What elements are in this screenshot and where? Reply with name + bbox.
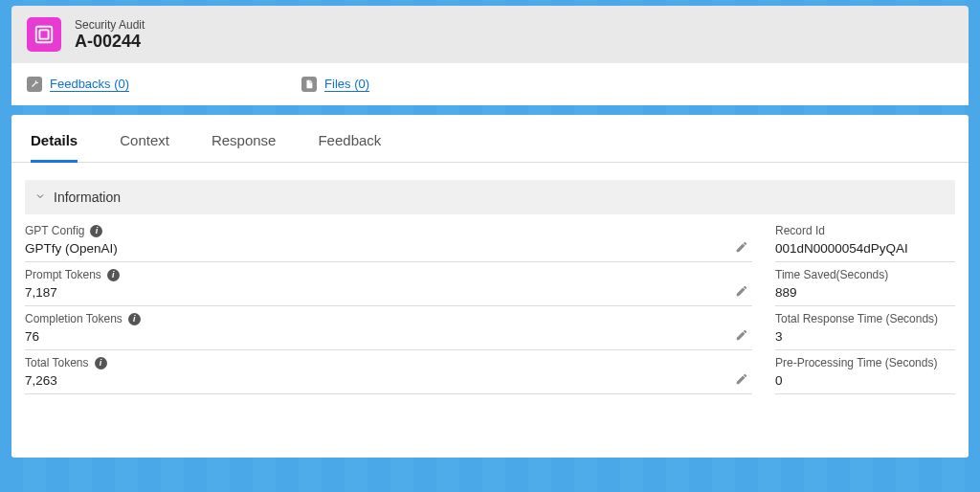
related-files[interactable]: Files (0) — [301, 77, 369, 92]
field-time-saved: Time Saved(Seconds) 889 — [775, 262, 955, 306]
field-preproc: Pre-Processing Time (Seconds) 0 — [775, 350, 955, 394]
object-label: Security Audit — [75, 18, 145, 32]
pencil-icon — [735, 240, 748, 254]
files-link[interactable]: Files (0) — [324, 77, 369, 92]
wrench-icon — [27, 77, 42, 92]
related-feedbacks[interactable]: Feedbacks (0) — [27, 77, 129, 92]
field-total-tokens: Total Tokens 7,263 — [25, 350, 752, 394]
svg-rect-1 — [39, 30, 48, 38]
related-bar: Feedbacks (0) Files (0) — [11, 63, 969, 105]
section-information[interactable]: Information — [25, 180, 955, 214]
object-icon — [27, 17, 61, 52]
tablist: Details Context Response Feedback — [11, 115, 969, 163]
value-resp-time: 3 — [775, 329, 955, 344]
svg-rect-0 — [36, 27, 53, 43]
info-icon[interactable] — [90, 225, 102, 237]
layout-icon — [33, 24, 55, 45]
value-completion-tokens: 76 — [25, 329, 752, 344]
label-total-tokens: Total Tokens — [25, 356, 89, 369]
label-record-id: Record Id — [775, 224, 825, 237]
pencil-icon — [735, 328, 748, 342]
info-icon[interactable] — [95, 357, 107, 369]
right-column: Record Id 001dN0000054dPyQAI Time Saved(… — [775, 218, 955, 394]
label-prompt-tokens: Prompt Tokens — [25, 268, 101, 281]
left-column: GPT Config GPTfy (OpenAI) Prompt Tokens … — [25, 218, 752, 394]
detail-card: Details Context Response Feedback Inform… — [11, 115, 969, 458]
edit-prompt-tokens[interactable] — [735, 284, 748, 298]
label-gpt-config: GPT Config — [25, 224, 84, 237]
value-gpt-config: GPTfy (OpenAI) — [25, 241, 752, 256]
file-icon — [301, 77, 317, 92]
value-prompt-tokens: 7,187 — [25, 285, 752, 300]
value-preproc: 0 — [775, 373, 955, 388]
record-header: Security Audit A-00244 — [11, 6, 969, 63]
label-time-saved: Time Saved(Seconds) — [775, 268, 888, 281]
section-title: Information — [54, 190, 121, 205]
record-number: A-00244 — [75, 32, 145, 52]
field-prompt-tokens: Prompt Tokens 7,187 — [25, 262, 752, 306]
value-time-saved: 889 — [775, 285, 955, 300]
tab-context[interactable]: Context — [120, 132, 169, 162]
field-completion-tokens: Completion Tokens 76 — [25, 306, 752, 350]
label-resp-time: Total Response Time (Seconds) — [775, 312, 938, 325]
label-preproc: Pre-Processing Time (Seconds) — [775, 356, 937, 369]
field-resp-time: Total Response Time (Seconds) 3 — [775, 306, 955, 350]
tab-feedback[interactable]: Feedback — [318, 132, 381, 162]
value-record-id: 001dN0000054dPyQAI — [775, 241, 955, 256]
feedbacks-link[interactable]: Feedbacks (0) — [50, 77, 129, 92]
field-gpt-config: GPT Config GPTfy (OpenAI) — [25, 218, 752, 262]
edit-gpt-config[interactable] — [735, 240, 748, 254]
info-icon[interactable] — [128, 313, 141, 325]
value-total-tokens: 7,263 — [25, 373, 752, 388]
chevron-down-icon — [34, 190, 46, 205]
field-grid: GPT Config GPTfy (OpenAI) Prompt Tokens … — [11, 214, 969, 394]
label-completion-tokens: Completion Tokens — [25, 312, 122, 325]
info-icon[interactable] — [107, 269, 120, 281]
tab-details[interactable]: Details — [31, 132, 78, 163]
edit-total-tokens[interactable] — [735, 372, 748, 386]
edit-completion-tokens[interactable] — [735, 328, 748, 342]
field-record-id: Record Id 001dN0000054dPyQAI — [775, 218, 955, 262]
tab-response[interactable]: Response — [212, 132, 277, 162]
pencil-icon — [735, 372, 748, 386]
pencil-icon — [735, 284, 748, 298]
